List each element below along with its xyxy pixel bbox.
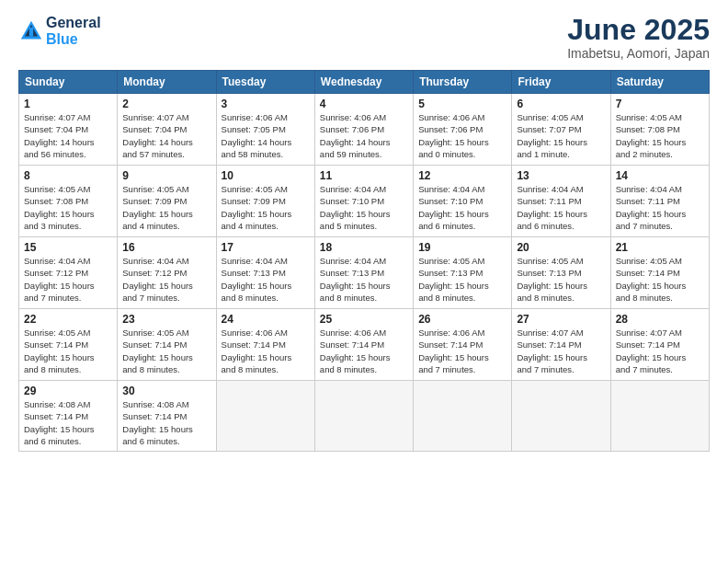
day-number: 6 — [517, 98, 605, 110]
day-number: 24 — [222, 313, 310, 326]
calendar-cell — [314, 381, 413, 452]
day-number: 26 — [418, 313, 506, 326]
calendar-cell: 20Sunrise: 4:05 AM Sunset: 7:13 PM Dayli… — [512, 237, 610, 309]
subtitle: Imabetsu, Aomori, Japan — [567, 46, 710, 61]
day-info: Sunrise: 4:05 AM Sunset: 7:13 PM Dayligh… — [517, 255, 605, 304]
day-number: 15 — [24, 241, 112, 254]
calendar-cell: 13Sunrise: 4:04 AM Sunset: 7:11 PM Dayli… — [512, 166, 610, 237]
day-number: 18 — [320, 241, 408, 254]
calendar-cell: 16Sunrise: 4:04 AM Sunset: 7:12 PM Dayli… — [118, 237, 216, 309]
day-info: Sunrise: 4:05 AM Sunset: 7:07 PM Dayligh… — [517, 111, 605, 160]
calendar-cell: 12Sunrise: 4:04 AM Sunset: 7:10 PM Dayli… — [414, 166, 512, 237]
day-info: Sunrise: 4:05 AM Sunset: 7:08 PM Dayligh… — [24, 183, 112, 232]
page: General Blue June 2025 Imabetsu, Aomori,… — [0, 0, 728, 563]
day-info: Sunrise: 4:06 AM Sunset: 7:05 PM Dayligh… — [222, 111, 310, 160]
weekday-header-thursday: Thursday — [414, 71, 512, 94]
calendar-cell: 9Sunrise: 4:05 AM Sunset: 7:09 PM Daylig… — [118, 166, 216, 237]
day-info: Sunrise: 4:06 AM Sunset: 7:14 PM Dayligh… — [222, 327, 310, 375]
day-info: Sunrise: 4:07 AM Sunset: 7:14 PM Dayligh… — [517, 327, 605, 375]
calendar-cell: 19Sunrise: 4:05 AM Sunset: 7:13 PM Dayli… — [414, 237, 512, 309]
day-number: 8 — [24, 169, 112, 182]
day-info: Sunrise: 4:06 AM Sunset: 7:14 PM Dayligh… — [320, 327, 408, 375]
day-info: Sunrise: 4:05 AM Sunset: 7:14 PM Dayligh… — [616, 255, 704, 304]
calendar-cell: 14Sunrise: 4:04 AM Sunset: 7:11 PM Dayli… — [610, 166, 709, 237]
logo-text-general: General — [46, 15, 101, 31]
calendar-cell: 3Sunrise: 4:06 AM Sunset: 7:05 PM Daylig… — [216, 94, 314, 166]
day-number: 30 — [122, 385, 210, 397]
day-info: Sunrise: 4:05 AM Sunset: 7:09 PM Dayligh… — [222, 183, 310, 232]
day-info: Sunrise: 4:07 AM Sunset: 7:14 PM Dayligh… — [616, 327, 704, 375]
day-number: 7 — [616, 98, 704, 110]
day-number: 16 — [122, 241, 210, 254]
logo-icon — [18, 18, 44, 44]
day-info: Sunrise: 4:06 AM Sunset: 7:14 PM Dayligh… — [418, 327, 506, 375]
day-info: Sunrise: 4:06 AM Sunset: 7:06 PM Dayligh… — [418, 111, 506, 160]
day-number: 28 — [616, 313, 704, 326]
weekday-header-tuesday: Tuesday — [216, 71, 314, 94]
calendar-cell: 30Sunrise: 4:08 AM Sunset: 7:14 PM Dayli… — [118, 381, 216, 452]
day-number: 29 — [24, 385, 112, 397]
day-info: Sunrise: 4:08 AM Sunset: 7:14 PM Dayligh… — [122, 398, 210, 447]
day-number: 3 — [222, 98, 310, 110]
day-number: 13 — [517, 169, 605, 182]
calendar-cell: 17Sunrise: 4:04 AM Sunset: 7:13 PM Dayli… — [216, 237, 314, 309]
calendar-cell: 28Sunrise: 4:07 AM Sunset: 7:14 PM Dayli… — [610, 309, 709, 381]
day-number: 1 — [24, 98, 112, 110]
logo-text-blue: Blue — [46, 31, 101, 48]
day-info: Sunrise: 4:05 AM Sunset: 7:13 PM Dayligh… — [418, 255, 506, 304]
calendar-cell: 6Sunrise: 4:05 AM Sunset: 7:07 PM Daylig… — [512, 94, 610, 166]
weekday-header-monday: Monday — [118, 71, 216, 94]
weekday-header-wednesday: Wednesday — [314, 71, 413, 94]
day-number: 2 — [122, 98, 210, 110]
day-info: Sunrise: 4:04 AM Sunset: 7:13 PM Dayligh… — [320, 255, 408, 304]
calendar-cell: 24Sunrise: 4:06 AM Sunset: 7:14 PM Dayli… — [216, 309, 314, 381]
calendar-cell: 8Sunrise: 4:05 AM Sunset: 7:08 PM Daylig… — [19, 166, 118, 237]
weekday-header-row: SundayMondayTuesdayWednesdayThursdayFrid… — [19, 71, 710, 94]
day-info: Sunrise: 4:05 AM Sunset: 7:09 PM Dayligh… — [122, 183, 210, 232]
day-number: 4 — [320, 98, 408, 110]
calendar-cell: 23Sunrise: 4:05 AM Sunset: 7:14 PM Dayli… — [118, 309, 216, 381]
day-number: 22 — [24, 313, 112, 326]
day-info: Sunrise: 4:04 AM Sunset: 7:11 PM Dayligh… — [616, 183, 704, 232]
weekday-header-saturday: Saturday — [610, 71, 709, 94]
calendar: SundayMondayTuesdayWednesdayThursdayFrid… — [18, 70, 710, 452]
calendar-cell — [216, 381, 314, 452]
calendar-cell — [512, 381, 610, 452]
day-number: 12 — [418, 169, 506, 182]
day-number: 19 — [418, 241, 506, 254]
calendar-cell: 15Sunrise: 4:04 AM Sunset: 7:12 PM Dayli… — [19, 237, 118, 309]
calendar-cell: 10Sunrise: 4:05 AM Sunset: 7:09 PM Dayli… — [216, 166, 314, 237]
calendar-cell: 18Sunrise: 4:04 AM Sunset: 7:13 PM Dayli… — [314, 237, 413, 309]
month-title: June 2025 — [567, 15, 710, 44]
calendar-cell: 22Sunrise: 4:05 AM Sunset: 7:14 PM Dayli… — [19, 309, 118, 381]
day-number: 9 — [122, 169, 210, 182]
day-number: 14 — [616, 169, 704, 182]
weekday-header-sunday: Sunday — [19, 71, 118, 94]
svg-rect-2 — [29, 27, 33, 36]
calendar-cell: 11Sunrise: 4:04 AM Sunset: 7:10 PM Dayli… — [314, 166, 413, 237]
calendar-cell: 5Sunrise: 4:06 AM Sunset: 7:06 PM Daylig… — [414, 94, 512, 166]
day-number: 23 — [122, 313, 210, 326]
calendar-cell: 2Sunrise: 4:07 AM Sunset: 7:04 PM Daylig… — [118, 94, 216, 166]
title-area: June 2025 Imabetsu, Aomori, Japan — [567, 15, 710, 61]
day-info: Sunrise: 4:08 AM Sunset: 7:14 PM Dayligh… — [24, 398, 112, 447]
day-info: Sunrise: 4:04 AM Sunset: 7:12 PM Dayligh… — [122, 255, 210, 304]
day-number: 27 — [517, 313, 605, 326]
day-info: Sunrise: 4:05 AM Sunset: 7:08 PM Dayligh… — [616, 111, 704, 160]
day-info: Sunrise: 4:05 AM Sunset: 7:14 PM Dayligh… — [24, 327, 112, 375]
day-number: 20 — [517, 241, 605, 254]
calendar-cell: 1Sunrise: 4:07 AM Sunset: 7:04 PM Daylig… — [19, 94, 118, 166]
day-info: Sunrise: 4:06 AM Sunset: 7:06 PM Dayligh… — [320, 111, 408, 160]
day-info: Sunrise: 4:05 AM Sunset: 7:14 PM Dayligh… — [122, 327, 210, 375]
calendar-cell: 25Sunrise: 4:06 AM Sunset: 7:14 PM Dayli… — [314, 309, 413, 381]
day-info: Sunrise: 4:04 AM Sunset: 7:11 PM Dayligh… — [517, 183, 605, 232]
calendar-cell: 27Sunrise: 4:07 AM Sunset: 7:14 PM Dayli… — [512, 309, 610, 381]
calendar-cell: 4Sunrise: 4:06 AM Sunset: 7:06 PM Daylig… — [314, 94, 413, 166]
day-number: 21 — [616, 241, 704, 254]
calendar-cell: 21Sunrise: 4:05 AM Sunset: 7:14 PM Dayli… — [610, 237, 709, 309]
day-info: Sunrise: 4:04 AM Sunset: 7:10 PM Dayligh… — [320, 183, 408, 232]
logo: General Blue — [18, 15, 101, 47]
weekday-header-friday: Friday — [512, 71, 610, 94]
header: General Blue June 2025 Imabetsu, Aomori,… — [18, 15, 710, 61]
day-info: Sunrise: 4:07 AM Sunset: 7:04 PM Dayligh… — [24, 111, 112, 160]
